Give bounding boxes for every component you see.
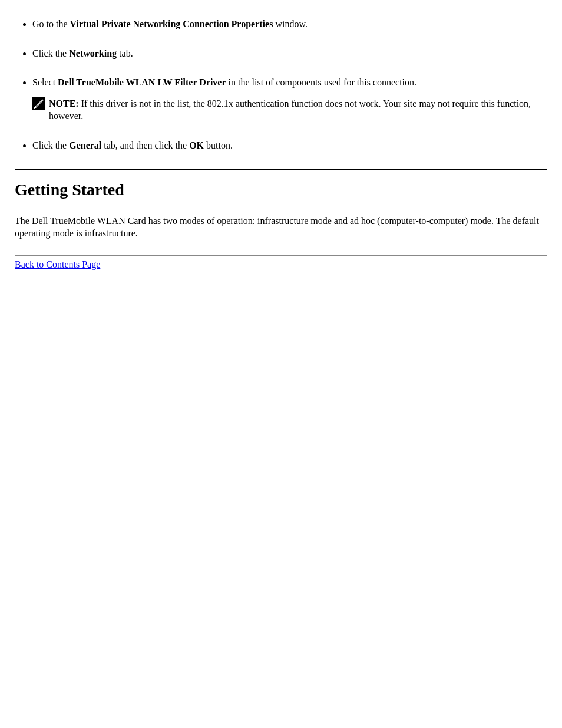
step-1-bold: Virtual Private Networking Connection Pr… (70, 19, 273, 29)
step-2-bold: Networking (69, 48, 117, 58)
step-2: Click the Networking tab. (32, 47, 547, 60)
instruction-list: Go to the Virtual Private Networking Con… (32, 18, 547, 152)
step-4-mid: tab, and then click the (101, 140, 189, 150)
back-to-contents-link[interactable]: Back to Contents Page (15, 259, 100, 269)
getting-started-paragraph: The Dell TrueMobile WLAN Card has two mo… (15, 215, 547, 240)
divider-thick (15, 169, 547, 170)
step-4-bold1: General (69, 140, 101, 150)
step-1-suffix: window. (273, 19, 308, 29)
step-1: Go to the Virtual Private Networking Con… (32, 18, 547, 31)
step-3-bold: Dell TrueMobile WLAN LW Filter Driver (58, 77, 226, 87)
step-3: Select Dell TrueMobile WLAN LW Filter Dr… (32, 76, 547, 123)
page-root: Go to the Virtual Private Networking Con… (0, 0, 562, 294)
step-4-bold2: OK (189, 140, 204, 150)
note-icon (32, 97, 45, 110)
note-block: NOTE: If this driver is not in the list,… (32, 97, 547, 123)
step-3-prefix: Select (32, 77, 58, 87)
step-2-prefix: Click the (32, 48, 69, 58)
getting-started-heading: Getting Started (15, 180, 547, 199)
step-3-suffix: in the list of components used for this … (226, 77, 417, 87)
divider-thin (15, 255, 547, 256)
note-label: NOTE: (49, 98, 81, 108)
note-body: If this driver is not in the list, the 8… (49, 98, 531, 121)
step-4-prefix: Click the (32, 140, 69, 150)
step-4: Click the General tab, and then click th… (32, 139, 547, 152)
step-1-prefix: Go to the (32, 19, 70, 29)
step-2-suffix: tab. (117, 48, 133, 58)
note-text: NOTE: If this driver is not in the list,… (49, 97, 547, 123)
step-4-suffix: button. (204, 140, 233, 150)
